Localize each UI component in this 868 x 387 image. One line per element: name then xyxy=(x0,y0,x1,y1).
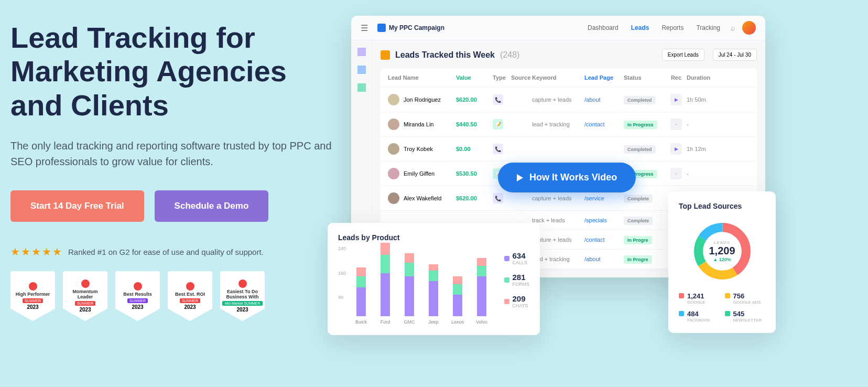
source-item: 545NEWSLETTER xyxy=(725,310,766,322)
lead-value: $620.00 xyxy=(456,96,493,103)
lead-avatar xyxy=(388,119,399,130)
column-header[interactable]: Source xyxy=(511,74,532,81)
date-range-button[interactable]: Jul 24 - Jul 30 xyxy=(713,49,757,61)
nav-tracking[interactable]: Tracking xyxy=(696,24,720,31)
lead-page: /contact xyxy=(584,236,624,243)
status-badge: Completed xyxy=(624,96,656,104)
table-row[interactable]: Jon Rodriguez $620.00 📞 capture + leads … xyxy=(381,88,757,112)
lead-value: $620.00 xyxy=(456,195,493,201)
lead-keyword: capture + leads xyxy=(532,236,584,243)
lead-name: Miranda Lin xyxy=(404,121,433,127)
lead-name: Jon Rodriguez xyxy=(404,96,441,103)
table-row[interactable]: Miranda Lin $440.50 📝 lead + tracking /c… xyxy=(381,112,757,137)
bar-column: GMC xyxy=(402,253,417,325)
status-badge: In Progre xyxy=(624,236,652,244)
bar-column: Jeep xyxy=(426,264,441,325)
bar-column: Volvo xyxy=(474,258,489,325)
g2-badge: Easiest To Do Business WithMid-Market SU… xyxy=(220,271,265,321)
source-item: 756GOOGLE ADS xyxy=(725,292,766,305)
lead-duration: 1h 12m xyxy=(687,146,715,152)
how-it-works-video-button[interactable]: How It Works Video xyxy=(498,163,636,192)
card-title: Top Lead Sources xyxy=(679,202,765,210)
play-recording-button[interactable]: ▶ xyxy=(670,94,682,105)
user-avatar[interactable] xyxy=(742,21,756,35)
lead-name: Alex Wakefield xyxy=(404,195,441,201)
leads-by-product-card: Leads by Product 80160240BuickFordGMCJee… xyxy=(328,223,540,335)
donut-value: 1,209 xyxy=(709,245,735,257)
export-leads-button[interactable]: Export Leads xyxy=(662,49,704,61)
sidebar-icon-chart[interactable] xyxy=(357,48,366,56)
rating-stars: ★★★★★ xyxy=(10,245,62,258)
top-lead-sources-card: Top Lead Sources LEADS 1,209 ▲ 120% 1,24… xyxy=(668,191,776,333)
hamburger-icon[interactable]: ☰ xyxy=(361,23,368,33)
type-icon: 📞 xyxy=(493,193,503,203)
lead-name: Troy Kobek xyxy=(404,146,433,152)
column-header[interactable]: Value xyxy=(456,74,493,81)
nav-leads[interactable]: Leads xyxy=(631,24,649,31)
g2-badge: Best Est. ROISUMMER2023 xyxy=(168,271,212,321)
lead-value: $440.50 xyxy=(456,121,493,127)
g2-badge: High PerformerSUMMER2023 xyxy=(10,271,55,321)
g2-badge: Momentum LeaderSUMMER2023 xyxy=(63,271,107,321)
type-icon: 📞 xyxy=(493,144,503,154)
nav-dashboard[interactable]: Dashboard xyxy=(588,24,619,31)
play-recording-button[interactable]: - xyxy=(670,168,682,179)
sidebar-icon-person[interactable] xyxy=(357,83,366,92)
type-icon: 📞 xyxy=(493,94,503,105)
lead-value: $0.00 xyxy=(456,146,493,152)
y-tick: 80 xyxy=(338,295,343,300)
main-title: Leads Tracked this Week xyxy=(395,50,495,60)
lead-avatar xyxy=(388,143,399,155)
legend-item: 634CALLS xyxy=(504,251,530,265)
lead-name: Emily Giffen xyxy=(404,170,435,177)
g2-badges: High PerformerSUMMER2023Momentum LeaderS… xyxy=(10,271,335,321)
play-recording-button[interactable]: - xyxy=(670,119,682,130)
column-header[interactable]: Rec xyxy=(666,74,687,81)
lead-keyword: track + leads xyxy=(532,217,584,223)
bar-column: Lexus xyxy=(450,276,465,325)
legend-item: 281FORMS xyxy=(504,273,530,287)
leads-icon xyxy=(381,50,390,60)
lead-duration: - xyxy=(687,121,715,127)
lead-page: /specials xyxy=(584,217,624,223)
nav-reports[interactable]: Reports xyxy=(661,24,683,31)
app-logo[interactable]: My PPC Campaign xyxy=(377,24,444,32)
lead-avatar xyxy=(388,192,399,204)
donut-label: LEADS xyxy=(709,240,735,245)
sidebar-icon-users[interactable] xyxy=(357,66,366,74)
lead-page: /about xyxy=(584,96,624,103)
hero-subheadline: The only lead tracking and reporting sof… xyxy=(10,138,335,169)
table-row[interactable]: Troy Kobek $0.00 📞 Completed ▶ 1h 12m xyxy=(381,137,757,162)
status-badge: In Progress xyxy=(624,121,657,129)
legend-item: 209CHATS xyxy=(504,294,530,308)
bar-column: Ford xyxy=(378,243,393,325)
column-header[interactable]: Duration xyxy=(687,74,715,81)
lead-page: /contact xyxy=(584,121,624,127)
source-item: 484FACEBOOK xyxy=(679,310,720,322)
status-badge: Completed xyxy=(624,145,656,154)
source-item: 1,241GOOGLE xyxy=(679,292,720,305)
donut-percent: ▲ 120% xyxy=(709,257,735,262)
schedule-demo-button[interactable]: Schedule a Demo xyxy=(155,190,269,222)
play-recording-button[interactable]: ▶ xyxy=(670,143,682,155)
column-header[interactable]: Lead Name xyxy=(388,74,456,81)
hero-headline: Lead Tracking for Marketing Agencies and… xyxy=(10,21,335,122)
column-header[interactable]: Lead Page xyxy=(584,74,624,81)
column-header[interactable]: Keyword xyxy=(532,74,584,81)
lead-duration: - xyxy=(687,170,715,177)
card-title: Leads by Product xyxy=(338,233,529,242)
column-header[interactable]: Type xyxy=(493,74,511,81)
type-icon: 📝 xyxy=(493,119,503,130)
column-header[interactable]: Status xyxy=(624,74,666,81)
lead-keyword: lead + tracking xyxy=(532,256,584,262)
y-tick: 240 xyxy=(338,246,346,251)
rating-text: Ranked #1 on G2 for ease of use and qual… xyxy=(68,248,264,256)
lead-keyword: capture + leads xyxy=(532,96,584,103)
lead-duration: 1h 50m xyxy=(687,96,715,103)
lead-page: /service xyxy=(584,195,624,201)
lead-keyword: lead + tracking xyxy=(532,121,584,127)
lead-page: /about xyxy=(584,256,624,262)
lead-count: (248) xyxy=(500,50,519,60)
start-trial-button[interactable]: Start 14 Day Free Trial xyxy=(10,190,144,222)
search-icon[interactable]: ⌕ xyxy=(731,24,735,32)
